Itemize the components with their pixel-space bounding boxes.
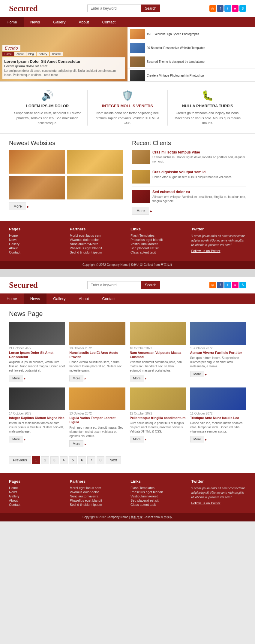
- footer-page-link-about-1[interactable]: About: [9, 246, 64, 250]
- hero-nav-blog[interactable]: Blog: [26, 52, 36, 56]
- footer2-page-about[interactable]: About: [9, 499, 64, 502]
- nav-news-2[interactable]: News: [24, 293, 47, 304]
- pagination-next[interactable]: Next: [106, 456, 121, 464]
- hero-sidebar-item-1[interactable]: 20 Beautiful Responsive Website Template…: [128, 41, 255, 55]
- footer-partner-3[interactable]: Nunc auctor viverra: [70, 242, 125, 246]
- pagination-page-7[interactable]: 7: [87, 456, 95, 464]
- twitter-icon-2[interactable]: t: [224, 282, 231, 288]
- footer2-page-news[interactable]: News: [9, 490, 64, 494]
- footer-partner-2[interactable]: Vivamus dolor dolor: [70, 238, 125, 242]
- footer2-link-2[interactable]: Phasellus eget blandit: [130, 490, 185, 494]
- rss-icon-2[interactable]: ◎: [209, 282, 216, 288]
- footer-link-2[interactable]: Phasellus eget blandit: [130, 238, 185, 242]
- footer2-link-5[interactable]: Class aptent taciti: [130, 503, 185, 506]
- rss-icon[interactable]: ◎: [209, 5, 216, 12]
- footer-partner-1[interactable]: Morbi eget lacus sem: [70, 234, 125, 237]
- site-logo-2: Secured: [9, 280, 38, 290]
- nav-gallery-1[interactable]: Gallery: [46, 17, 72, 27]
- website-thumb-2[interactable]: [67, 150, 123, 174]
- pagination-prev[interactable]: Previous: [9, 456, 31, 464]
- nav-about-1[interactable]: About: [72, 17, 95, 27]
- twitter-icon[interactable]: t: [224, 5, 231, 12]
- pagination-page-1[interactable]: 1: [32, 456, 40, 464]
- footer2-link-4[interactable]: Sed placerat est sit: [130, 499, 185, 502]
- facebook-icon-2[interactable]: f: [217, 282, 224, 288]
- footer2-partner-3[interactable]: Nunc auctor viverra: [70, 494, 125, 498]
- nav-gallery-2[interactable]: Gallery: [46, 293, 72, 304]
- footer2-link-3[interactable]: Vestibulum laoreet: [130, 494, 185, 498]
- search-button-1[interactable]: Search: [141, 5, 160, 12]
- website-thumb-3[interactable]: [9, 176, 65, 199]
- pagination-page-6[interactable]: 6: [78, 456, 86, 464]
- pagination-page-2[interactable]: 2: [41, 456, 49, 464]
- footer2-partner-1[interactable]: Morbi eget lacus sem: [70, 486, 125, 490]
- client-item-1[interactable]: Cras dignissim volutpat sem id Donec vit…: [132, 170, 246, 187]
- news-card-more-7[interactable]: More: [190, 436, 204, 442]
- search-button-2[interactable]: Search: [141, 281, 160, 289]
- footer-page-link-news-1[interactable]: News: [9, 238, 64, 242]
- footer-partner-4[interactable]: Phasellus eget blandit: [70, 246, 125, 250]
- feature-title-0: LOREM IPSUM DOLOR: [14, 104, 81, 108]
- footer2-page-contact[interactable]: Contact: [9, 503, 64, 506]
- hero-nav-home[interactable]: Home: [2, 52, 14, 56]
- footer-link-3[interactable]: Vestibulum laoreet: [130, 242, 185, 246]
- recent-clients-more-btn[interactable]: More: [132, 207, 149, 215]
- news-card-desc-6: Cum sociis natoque penatibus et magnis d…: [130, 421, 186, 434]
- newest-websites: Newest Websites More ▶: [9, 140, 123, 215]
- facebook-icon[interactable]: f: [217, 5, 224, 12]
- footer-page-link-gallery-1[interactable]: Gallery: [9, 242, 64, 246]
- hero-sidebar-item-3[interactable]: Create a Vintage Photograph in Photoshop: [128, 69, 255, 81]
- card-more-arrow-0: ▶: [24, 378, 26, 380]
- hero-subtitle: Lorem ipsum dolor sit amet: [4, 64, 123, 68]
- news-card-date-7: 11 October 2072: [190, 412, 246, 415]
- nav-home-1[interactable]: Home: [0, 17, 24, 27]
- footer-link-1[interactable]: Flash Templates: [130, 234, 185, 237]
- footer2-page-home[interactable]: Home: [9, 486, 64, 490]
- news-card-more-2[interactable]: More: [130, 375, 144, 381]
- hero-sidebar-item-2[interactable]: Secured Theme is designed by templatemo: [128, 55, 255, 69]
- footer-link-5[interactable]: Class aptent taciti: [130, 251, 185, 254]
- footer2-follow-link[interactable]: Follow us on Twitter: [191, 501, 246, 505]
- website-thumb-1[interactable]: [9, 150, 65, 174]
- pagination-page-8[interactable]: 8: [97, 456, 105, 464]
- nav-home-2[interactable]: Home: [0, 293, 24, 304]
- hero-nav-contact[interactable]: Contact: [50, 52, 63, 56]
- footer2-partner-5[interactable]: Sed id tincidunt ipsum: [70, 503, 125, 506]
- footer-page-link-home-1[interactable]: Home: [9, 234, 64, 237]
- hero-nav-about[interactable]: About: [14, 52, 26, 56]
- footer2-partner-4[interactable]: Phasellus eget blandit: [70, 499, 125, 502]
- search-input-1[interactable]: [87, 5, 141, 12]
- skype-icon[interactable]: S: [239, 5, 246, 12]
- footer2-partner-2[interactable]: Vivamus dolor dolor: [70, 490, 125, 494]
- nav-contact-1[interactable]: Contact: [95, 17, 122, 27]
- news-card-more-6[interactable]: More: [130, 436, 144, 442]
- footer2-page-gallery[interactable]: Gallery: [9, 494, 64, 498]
- flickr-icon-2[interactable]: ★: [232, 282, 238, 288]
- nav-contact-2[interactable]: Contact: [95, 293, 122, 304]
- news-card-more-5[interactable]: More: [69, 440, 83, 447]
- news-card-more-1[interactable]: More: [69, 375, 83, 381]
- pagination-page-3[interactable]: 3: [50, 456, 58, 464]
- newest-websites-more-btn[interactable]: More: [9, 202, 26, 210]
- search-input-2[interactable]: [87, 281, 141, 289]
- skype-icon-2[interactable]: S: [239, 282, 246, 288]
- newest-websites-title: Newest Websites: [9, 140, 123, 147]
- nav-news-1[interactable]: News: [24, 17, 47, 27]
- client-item-0[interactable]: Cras mi lectus tempus vitae Ut vitae luc…: [132, 150, 246, 167]
- hero-nav-gallery[interactable]: Gallery: [37, 52, 50, 56]
- footer-partner-5[interactable]: Sed id tincidunt ipsum: [70, 251, 125, 254]
- website-thumb-4[interactable]: [67, 176, 123, 199]
- client-item-2[interactable]: Sed euismod dolor eu Aliquam erat volutp…: [132, 190, 246, 203]
- news-card-more-3[interactable]: More: [190, 371, 204, 377]
- pagination-page-4[interactable]: 4: [60, 456, 68, 464]
- flickr-icon[interactable]: ★: [232, 5, 238, 12]
- hero-sidebar-item-0[interactable]: 45+ Excellent High Speed Photographs: [128, 27, 255, 41]
- footer-follow-link-1[interactable]: Follow us on Twitter: [191, 249, 246, 253]
- news-card-more-0[interactable]: More: [9, 375, 23, 381]
- nav-about-2[interactable]: About: [72, 293, 95, 304]
- news-card-more-4[interactable]: More: [9, 436, 23, 442]
- footer-page-link-contact-1[interactable]: Contact: [9, 251, 64, 254]
- footer2-link-1[interactable]: Flash Templates: [130, 486, 185, 490]
- footer-link-4[interactable]: Sed placerat est sit: [130, 246, 185, 250]
- pagination-page-5[interactable]: 5: [69, 456, 77, 464]
